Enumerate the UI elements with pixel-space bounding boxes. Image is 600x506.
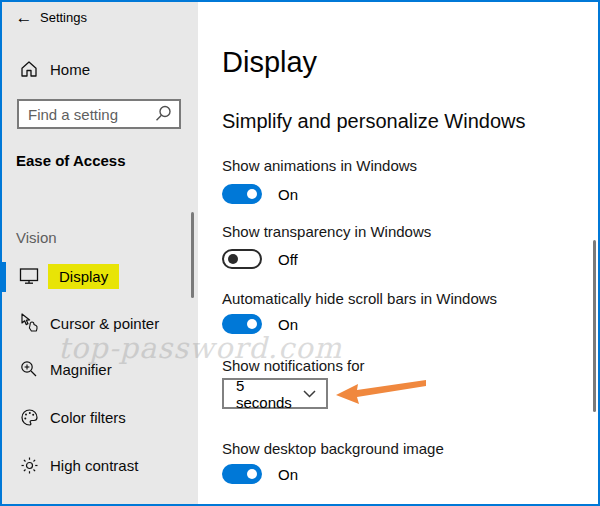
sidebar-item-cursor-pointer[interactable]: Cursor & pointer [2,306,198,340]
page-context-title: Ease of Access [16,152,126,169]
toggle-knob [228,254,238,264]
toggle-state-label: On [278,466,298,483]
settings-window: ← Settings Home Ease of Access Vision [0,0,600,506]
sidebar-item-label: Color filters [50,409,126,426]
annotation-arrow-icon [336,378,428,406]
app-title: Settings [40,10,87,25]
sidebar-item-label: Magnifier [50,361,112,378]
back-icon: ← [16,8,33,27]
toggle-knob [247,319,257,329]
toggle-state-label: On [278,186,298,203]
sidebar-item-display[interactable]: Display [2,256,198,296]
notification-duration-dropdown[interactable]: 5 seconds [222,378,328,409]
dropdown-selected-value: 5 seconds [236,377,303,411]
sun-contrast-icon [19,455,39,475]
sidebar-item-label: High contrast [50,457,138,474]
sidebar-item-label: Cursor & pointer [50,315,159,332]
sidebar: ← Settings Home Ease of Access Vision [2,2,198,504]
setting-row-transparency: Off [222,249,298,269]
setting-row-hide-scrollbars: On [222,314,298,334]
search-input[interactable] [19,106,152,123]
nav-group-vision: Vision [16,229,57,246]
setting-label-desktop-background: Show desktop background image [222,440,444,457]
toggle-state-label: On [278,316,298,333]
sidebar-item-label: Home [50,61,90,78]
toggle-transparency[interactable] [222,249,262,269]
back-button[interactable]: ← [12,6,36,30]
toggle-knob [247,189,257,199]
toggle-state-label: Off [278,251,298,268]
toggle-animations[interactable] [222,184,262,204]
sidebar-scrollbar-thumb[interactable] [191,212,194,298]
setting-label-notifications-duration: Show notifications for [222,357,365,374]
palette-icon [19,407,39,427]
setting-label-hide-scrollbars: Automatically hide scroll bars in Window… [222,290,497,307]
search-box [17,99,181,129]
sidebar-item-magnifier[interactable]: Magnifier [2,352,198,386]
toggle-desktop-background[interactable] [222,464,262,484]
sidebar-item-high-contrast[interactable]: High contrast [2,448,198,482]
cursor-hand-icon [19,313,39,333]
monitor-icon [19,266,39,286]
setting-row-desktop-background: On [222,464,298,484]
toggle-hide-scrollbars[interactable] [222,314,262,334]
sidebar-item-label-highlighted: Display [48,264,119,289]
magnifier-plus-icon [19,359,39,379]
toggle-knob [247,469,257,479]
main-scrollbar-thumb[interactable] [593,240,596,412]
chevron-down-icon [303,390,316,398]
titlebar: ← Settings [2,2,198,34]
sidebar-item-color-filters[interactable]: Color filters [2,400,198,434]
search-icon[interactable] [152,103,174,125]
home-icon [19,59,39,79]
section-heading: Simplify and personalize Windows [222,110,525,133]
page-title: Display [222,46,317,79]
setting-row-animations: On [222,184,298,204]
setting-label-animations: Show animations in Windows [222,157,417,174]
setting-label-transparency: Show transparency in Windows [222,223,431,240]
sidebar-item-home[interactable]: Home [2,54,198,84]
